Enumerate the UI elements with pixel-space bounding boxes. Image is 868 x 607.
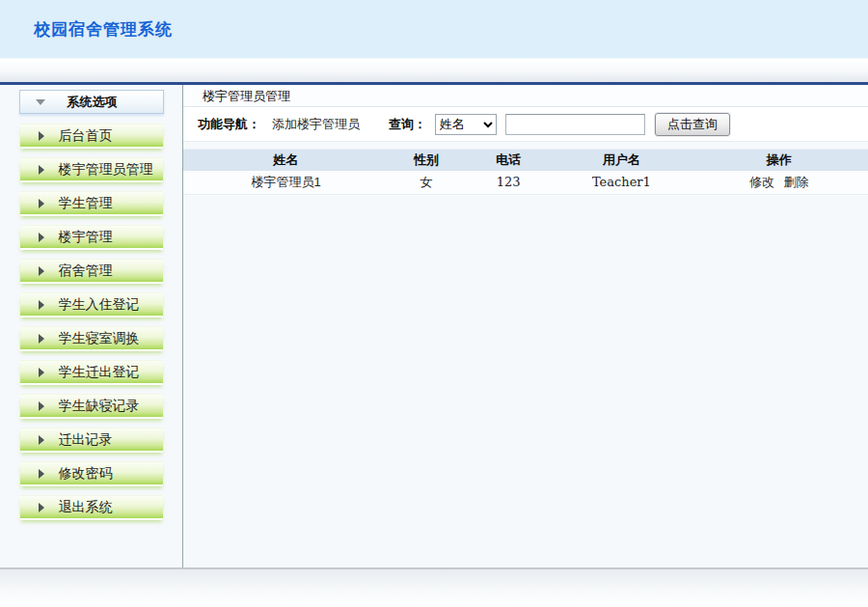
main-panel: 楼宇管理员管理 功能导航： 添加楼宇管理员 查询： 姓名 点击查询 姓名 性别 …: [183, 85, 868, 567]
sidebar-header-label: 系统选项: [45, 94, 140, 111]
sidebar-header[interactable]: 系统选项: [19, 90, 164, 114]
footer: [0, 569, 868, 607]
sidebar-item-label: 学生管理: [59, 195, 113, 212]
toolbar: 功能导航： 添加楼宇管理员 查询： 姓名 点击查询: [183, 107, 868, 142]
arrow-right-icon: [39, 401, 44, 411]
sidebar-item-label: 退出系统: [59, 499, 113, 516]
cell-gender: 女: [389, 171, 464, 195]
sidebar-item-label: 楼宇管理员管理: [59, 161, 153, 179]
sidebar-item-label: 迁出记录: [59, 431, 113, 449]
edit-link[interactable]: 修改: [749, 175, 774, 189]
sidebar-item-label: 学生入住登记: [59, 296, 140, 314]
arrow-right-icon: [39, 300, 44, 310]
sidebar-item-building-admin-mgmt[interactable]: 楼宇管理员管理: [20, 157, 163, 180]
sidebar-item-label: 学生缺寝记录: [59, 398, 140, 415]
function-nav-label: 功能导航：: [198, 116, 260, 133]
column-header-actions: 操作: [690, 150, 868, 171]
sidebar-item-room-swap[interactable]: 学生寝室调换: [20, 326, 163, 349]
sidebar-item-checkin-register[interactable]: 学生入住登记: [20, 292, 163, 316]
arrow-right-icon: [39, 334, 44, 344]
arrow-right-icon: [39, 266, 44, 276]
sidebar-item-student-mgmt[interactable]: 学生管理: [20, 191, 163, 214]
sidebar-item-moveout-log[interactable]: 迁出记录: [20, 428, 163, 451]
page-title: 楼宇管理员管理: [183, 85, 868, 107]
sidebar-item-logout[interactable]: 退出系统: [20, 495, 163, 518]
chevron-down-icon: [36, 99, 45, 105]
column-header-username: 用户名: [553, 150, 690, 171]
arrow-right-icon: [39, 469, 44, 479]
arrow-right-icon: [39, 199, 44, 208]
sidebar-item-dorm-mgmt[interactable]: 宿舍管理: [20, 259, 163, 282]
admin-table: 姓名 性别 电话 用户名 操作 楼宇管理员1 女 123 Teacher1: [183, 149, 868, 195]
sidebar: 系统选项 后台首页 楼宇管理员管理 学生管理 楼宇管理: [0, 85, 183, 567]
sidebar-item-label: 楼宇管理: [59, 229, 113, 246]
search-button[interactable]: 点击查询: [655, 113, 730, 136]
sidebar-item-absence-record[interactable]: 学生缺寝记录: [20, 394, 163, 417]
cell-phone: 123: [464, 171, 553, 195]
arrow-right-icon: [39, 233, 44, 242]
table-header-row: 姓名 性别 电话 用户名 操作: [183, 150, 868, 171]
cell-actions: 修改 删除: [690, 171, 868, 195]
sidebar-menu: 后台首页 楼宇管理员管理 学生管理 楼宇管理 宿舍管理: [0, 124, 182, 518]
add-building-admin-link[interactable]: 添加楼宇管理员: [272, 116, 360, 133]
sidebar-item-label: 学生寝室调换: [59, 330, 140, 347]
query-field-select[interactable]: 姓名: [435, 114, 497, 135]
arrow-right-icon: [39, 131, 44, 141]
sidebar-item-label: 宿舍管理: [59, 262, 113, 280]
sidebar-item-building-mgmt[interactable]: 楼宇管理: [20, 225, 163, 248]
query-label: 查询：: [389, 116, 426, 133]
cell-name: 楼宇管理员1: [183, 171, 389, 195]
sidebar-item-change-password[interactable]: 修改密码: [20, 461, 163, 484]
arrow-right-icon: [39, 435, 44, 445]
cell-username: Teacher1: [553, 171, 690, 195]
page: 校园宿舍管理系统 系统选项 后台首页 楼宇管理员管理 学生管: [0, 0, 868, 607]
delete-link[interactable]: 删除: [784, 175, 809, 189]
column-header-name: 姓名: [183, 150, 389, 171]
content-region: 系统选项 后台首页 楼宇管理员管理 学生管理 楼宇管理: [0, 85, 868, 567]
table-row: 楼宇管理员1 女 123 Teacher1 修改 删除: [183, 171, 868, 195]
arrow-right-icon: [39, 165, 44, 175]
arrow-right-icon: [39, 503, 44, 512]
sidebar-item-label: 修改密码: [59, 465, 113, 483]
sidebar-item-moveout-register[interactable]: 学生迁出登记: [20, 360, 163, 383]
search-input[interactable]: [505, 114, 645, 135]
sub-header-band: [0, 58, 868, 82]
arrow-right-icon: [39, 368, 44, 377]
sidebar-item-label: 学生迁出登记: [59, 364, 140, 381]
sidebar-item-label: 后台首页: [59, 127, 113, 145]
app-header: 校园宿舍管理系统: [0, 0, 868, 58]
app-title: 校园宿舍管理系统: [34, 18, 173, 41]
column-header-phone: 电话: [464, 150, 553, 171]
column-header-gender: 性别: [389, 150, 464, 171]
sidebar-item-backend-home[interactable]: 后台首页: [20, 124, 163, 147]
